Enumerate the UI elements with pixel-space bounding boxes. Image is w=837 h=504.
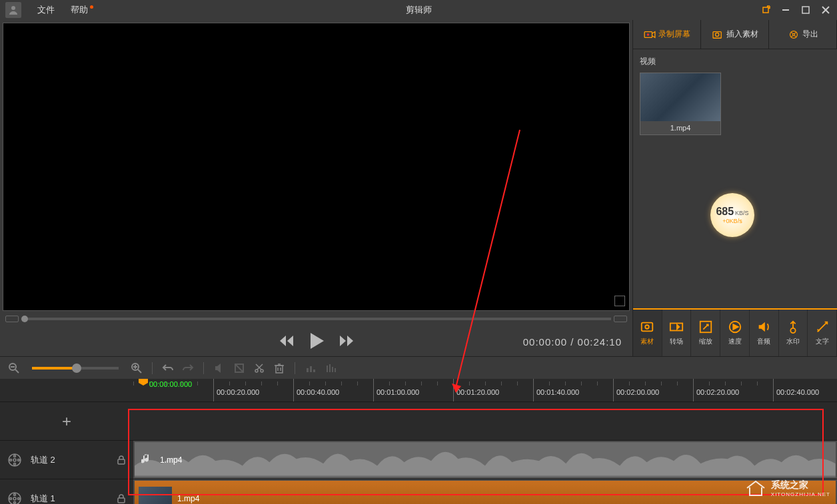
track-1-label: 轨道 1 <box>31 493 108 505</box>
track-1-header[interactable]: 轨道 1 <box>0 479 133 504</box>
svg-point-16 <box>790 328 795 333</box>
progress-bar[interactable] <box>21 318 611 320</box>
ruler-tick: 00:02:40.000 <box>773 379 819 401</box>
track-1-body[interactable]: 1.mp4 <box>133 479 837 504</box>
svg-rect-40 <box>332 367 333 372</box>
svg-point-27 <box>261 370 263 372</box>
svg-rect-55 <box>118 498 125 503</box>
effect-scale[interactable]: 缩放 <box>691 310 720 356</box>
film-icon <box>7 452 23 468</box>
track-2-header[interactable]: 轨道 2 <box>0 441 133 479</box>
music-note-icon <box>141 453 151 466</box>
svg-point-53 <box>14 501 16 503</box>
film-icon <box>7 491 23 505</box>
svg-line-21 <box>138 370 141 373</box>
effect-speed[interactable]: 速度 <box>720 310 750 356</box>
svg-point-26 <box>255 370 258 372</box>
svg-point-46 <box>14 463 16 465</box>
ruler-tick: 00:01:40.000 <box>533 379 579 401</box>
menu-help[interactable]: 帮助 <box>63 4 96 16</box>
lock-icon[interactable] <box>116 493 127 504</box>
svg-point-42 <box>9 454 21 466</box>
close-icon[interactable] <box>820 4 832 16</box>
svg-point-45 <box>18 459 20 461</box>
app-title: 剪辑师 <box>406 4 432 16</box>
minimize-icon[interactable] <box>780 4 792 16</box>
timeline: 00:00:00.000 00:00:20.00000:00:40.00000:… <box>0 379 837 504</box>
video-clip[interactable]: 1.mp4 <box>135 481 836 504</box>
clip-thumbnail <box>139 487 172 505</box>
add-track-button[interactable]: + <box>0 402 133 440</box>
svg-rect-39 <box>329 364 331 372</box>
cut-button[interactable] <box>252 361 267 376</box>
svg-point-52 <box>18 497 20 499</box>
time-ruler[interactable]: 00:00:00.000 00:00:20.00000:00:40.00000:… <box>0 379 837 401</box>
effect-watermark[interactable]: 水印 <box>779 310 808 356</box>
tab-export[interactable]: 导出 <box>769 20 837 49</box>
preview-pane: 00:00:00 / 00:24:10 <box>0 20 632 356</box>
zoom-in-button[interactable] <box>129 361 144 376</box>
video-clip-label: 1.mp4 <box>177 494 199 503</box>
video-preview[interactable] <box>3 23 630 311</box>
ruler-tick: 00:01:00.000 <box>373 379 419 401</box>
svg-rect-37 <box>313 370 315 372</box>
svg-point-44 <box>14 455 16 457</box>
levels-button[interactable] <box>323 361 338 376</box>
crop-button[interactable] <box>232 361 247 376</box>
ruler-tick: 00:00:40.000 <box>293 379 339 401</box>
effect-material[interactable]: 素材 <box>633 310 662 356</box>
timeline-toolbar <box>0 356 837 379</box>
media-section-label: 视频 <box>640 56 830 67</box>
svg-point-43 <box>13 459 16 461</box>
effect-text[interactable]: 文字 <box>808 310 837 356</box>
playhead[interactable]: 00:00:00.000 <box>139 379 148 385</box>
speed-badge: 685KB/S +0KB/s <box>710 193 754 237</box>
svg-rect-30 <box>276 366 283 373</box>
svg-rect-41 <box>335 368 336 372</box>
redo-button[interactable] <box>181 361 195 376</box>
media-thumbnail[interactable]: 1.mp4 <box>640 73 721 135</box>
media-thumb-label: 1.mp4 <box>640 121 720 134</box>
mute-button[interactable] <box>212 361 227 376</box>
user-avatar[interactable] <box>5 2 21 18</box>
effect-transition[interactable]: 转场 <box>662 310 692 356</box>
side-panel: 录制屏幕 插入素材 导出 视频 1.mp4 素材 转场 缩放 速度 音频 水印 … <box>632 20 837 356</box>
audio-clip-label: 1.mp4 <box>160 455 182 465</box>
lock-icon[interactable] <box>116 455 127 465</box>
audio-clip[interactable]: 1.mp4 <box>135 442 836 477</box>
zoom-out-button[interactable] <box>7 361 21 376</box>
svg-rect-38 <box>327 366 328 372</box>
svg-point-49 <box>9 493 21 505</box>
svg-point-54 <box>10 497 12 499</box>
delete-button[interactable] <box>272 361 287 376</box>
svg-point-8 <box>715 33 718 36</box>
svg-rect-2 <box>802 7 809 13</box>
ruler-tick: 00:02:20.000 <box>693 379 739 401</box>
svg-line-18 <box>15 370 19 373</box>
rewind-button[interactable] <box>279 334 295 350</box>
track-2-label: 轨道 2 <box>31 454 108 466</box>
ruler-tick: 00:01:20.000 <box>453 379 499 401</box>
track-2-body[interactable]: 1.mp4 <box>133 441 837 479</box>
svg-point-50 <box>13 497 16 500</box>
zoom-slider[interactable] <box>32 367 119 370</box>
effect-audio[interactable]: 音频 <box>750 310 779 356</box>
menu-file[interactable]: 文件 <box>29 4 63 16</box>
align-button[interactable] <box>303 361 318 376</box>
svg-rect-36 <box>310 366 312 372</box>
next-marker-button[interactable] <box>614 316 627 322</box>
svg-line-25 <box>235 364 243 372</box>
tab-insert[interactable]: 插入素材 <box>701 20 769 49</box>
watermark: 系统之家XITONGZHIJIA.NET <box>744 479 830 497</box>
svg-point-0 <box>11 6 15 10</box>
restore-icon[interactable] <box>760 4 772 16</box>
forward-button[interactable] <box>339 334 355 350</box>
notification-dot <box>90 5 93 9</box>
tab-record[interactable]: 录制屏幕 <box>633 20 701 49</box>
prev-marker-button[interactable] <box>5 316 19 322</box>
resize-icon[interactable] <box>614 296 625 306</box>
titlebar: 文件 帮助 剪辑师 <box>0 0 837 20</box>
play-button[interactable] <box>308 332 325 352</box>
maximize-icon[interactable] <box>800 4 812 16</box>
undo-button[interactable] <box>161 361 175 376</box>
